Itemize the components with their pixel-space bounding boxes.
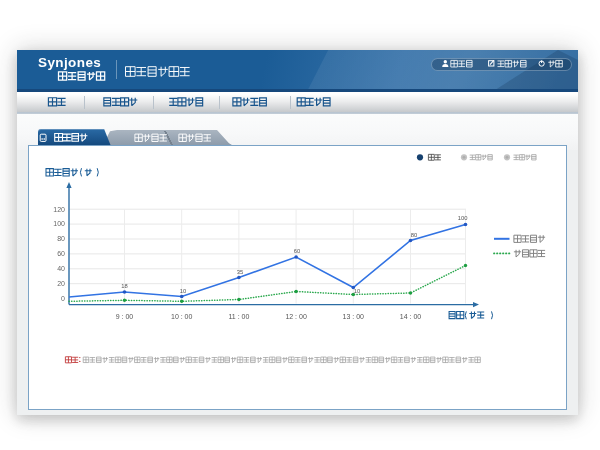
svg-text:13 : 00: 13 : 00 (343, 313, 365, 320)
svg-text:120: 120 (53, 206, 65, 213)
svg-text:9 : 00: 9 : 00 (116, 313, 134, 320)
svg-text:14 : 00: 14 : 00 (400, 313, 422, 320)
svg-text:60: 60 (294, 248, 300, 254)
svg-text:80: 80 (57, 235, 65, 242)
svg-text:20: 20 (57, 280, 65, 287)
svg-text:0: 0 (61, 295, 65, 302)
svg-text:12 : 00: 12 : 00 (285, 313, 307, 320)
svg-text:60: 60 (57, 250, 65, 257)
svg-text:35: 35 (237, 269, 243, 275)
svg-text:40: 40 (57, 265, 65, 272)
svg-text:10: 10 (354, 288, 360, 294)
svg-text:18: 18 (121, 283, 127, 289)
svg-text:10: 10 (180, 288, 186, 294)
svg-text:80: 80 (411, 232, 417, 238)
svg-text:100: 100 (458, 215, 468, 221)
svg-text:10 : 00: 10 : 00 (171, 313, 193, 320)
svg-text:11 : 00: 11 : 00 (228, 313, 249, 320)
svg-text:100: 100 (53, 220, 65, 227)
